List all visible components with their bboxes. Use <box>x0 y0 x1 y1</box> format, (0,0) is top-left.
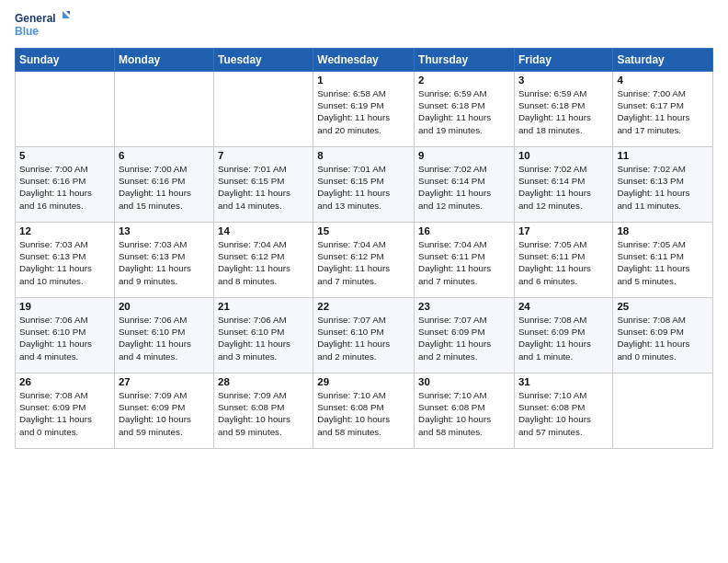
day-number: 2 <box>418 75 510 86</box>
calendar-cell: 12Sunrise: 7:03 AM Sunset: 6:13 PM Dayli… <box>16 223 115 298</box>
weekday-header-saturday: Saturday <box>613 49 713 72</box>
calendar-cell: 25Sunrise: 7:08 AM Sunset: 6:09 PM Dayli… <box>613 298 713 373</box>
calendar-cell: 19Sunrise: 7:06 AM Sunset: 6:10 PM Dayli… <box>16 298 115 373</box>
calendar-cell: 4Sunrise: 7:00 AM Sunset: 6:17 PM Daylig… <box>613 72 713 147</box>
calendar-cell: 26Sunrise: 7:08 AM Sunset: 6:09 PM Dayli… <box>16 373 115 449</box>
day-info: Sunrise: 7:07 AM Sunset: 6:09 PM Dayligh… <box>418 314 510 362</box>
calendar-cell: 11Sunrise: 7:02 AM Sunset: 6:13 PM Dayli… <box>613 147 713 223</box>
svg-marker-3 <box>66 11 70 15</box>
day-number: 14 <box>218 225 309 236</box>
calendar-cell <box>16 72 115 147</box>
day-number: 19 <box>19 301 110 312</box>
day-number: 13 <box>119 225 210 236</box>
calendar-table: SundayMondayTuesdayWednesdayThursdayFrid… <box>15 48 713 449</box>
calendar-cell: 7Sunrise: 7:01 AM Sunset: 6:15 PM Daylig… <box>213 147 313 223</box>
calendar-cell: 30Sunrise: 7:10 AM Sunset: 6:08 PM Dayli… <box>415 373 515 449</box>
day-info: Sunrise: 7:09 AM Sunset: 6:09 PM Dayligh… <box>119 389 210 438</box>
weekday-header-row: SundayMondayTuesdayWednesdayThursdayFrid… <box>16 49 713 72</box>
day-number: 9 <box>418 150 510 161</box>
calendar-cell: 28Sunrise: 7:09 AM Sunset: 6:08 PM Dayli… <box>213 373 313 449</box>
day-number: 12 <box>19 225 110 236</box>
calendar-cell: 5Sunrise: 7:00 AM Sunset: 6:16 PM Daylig… <box>16 147 115 223</box>
day-info: Sunrise: 7:04 AM Sunset: 6:12 PM Dayligh… <box>218 238 309 287</box>
calendar-week-row: 5Sunrise: 7:00 AM Sunset: 6:16 PM Daylig… <box>16 147 713 223</box>
logo: General Blue <box>15 9 70 42</box>
calendar-cell: 15Sunrise: 7:04 AM Sunset: 6:12 PM Dayli… <box>313 223 415 298</box>
calendar-cell <box>613 373 713 449</box>
weekday-header-wednesday: Wednesday <box>313 49 415 72</box>
day-number: 6 <box>119 150 210 161</box>
day-number: 31 <box>518 376 609 387</box>
day-number: 1 <box>317 75 410 86</box>
day-info: Sunrise: 6:59 AM Sunset: 6:18 PM Dayligh… <box>518 87 609 136</box>
calendar-cell: 18Sunrise: 7:05 AM Sunset: 6:11 PM Dayli… <box>613 223 713 298</box>
svg-text:Blue: Blue <box>15 25 39 38</box>
day-info: Sunrise: 7:03 AM Sunset: 6:13 PM Dayligh… <box>119 238 210 287</box>
day-info: Sunrise: 7:02 AM Sunset: 6:14 PM Dayligh… <box>418 163 510 212</box>
calendar-cell: 20Sunrise: 7:06 AM Sunset: 6:10 PM Dayli… <box>114 298 213 373</box>
calendar-cell: 10Sunrise: 7:02 AM Sunset: 6:14 PM Dayli… <box>514 147 612 223</box>
day-number: 24 <box>518 301 609 312</box>
calendar-cell: 9Sunrise: 7:02 AM Sunset: 6:14 PM Daylig… <box>415 147 515 223</box>
calendar-week-row: 26Sunrise: 7:08 AM Sunset: 6:09 PM Dayli… <box>16 373 713 449</box>
calendar-cell <box>114 72 213 147</box>
calendar-cell: 29Sunrise: 7:10 AM Sunset: 6:08 PM Dayli… <box>313 373 415 449</box>
day-number: 16 <box>418 225 510 236</box>
day-number: 7 <box>218 150 309 161</box>
calendar-cell: 3Sunrise: 6:59 AM Sunset: 6:18 PM Daylig… <box>514 72 612 147</box>
day-info: Sunrise: 7:10 AM Sunset: 6:08 PM Dayligh… <box>518 389 609 438</box>
logo-svg: General Blue <box>15 9 70 42</box>
day-number: 22 <box>317 301 410 312</box>
calendar-cell: 31Sunrise: 7:10 AM Sunset: 6:08 PM Dayli… <box>514 373 612 449</box>
day-info: Sunrise: 7:06 AM Sunset: 6:10 PM Dayligh… <box>19 314 110 362</box>
calendar-cell: 21Sunrise: 7:06 AM Sunset: 6:10 PM Dayli… <box>213 298 313 373</box>
day-number: 10 <box>518 150 609 161</box>
day-number: 27 <box>119 376 210 387</box>
calendar-week-row: 19Sunrise: 7:06 AM Sunset: 6:10 PM Dayli… <box>16 298 713 373</box>
day-info: Sunrise: 7:06 AM Sunset: 6:10 PM Dayligh… <box>218 314 309 362</box>
day-info: Sunrise: 7:01 AM Sunset: 6:15 PM Dayligh… <box>317 163 410 212</box>
day-info: Sunrise: 7:03 AM Sunset: 6:13 PM Dayligh… <box>19 238 110 287</box>
weekday-header-thursday: Thursday <box>415 49 515 72</box>
weekday-header-sunday: Sunday <box>16 49 115 72</box>
day-info: Sunrise: 7:10 AM Sunset: 6:08 PM Dayligh… <box>317 389 410 438</box>
day-info: Sunrise: 7:00 AM Sunset: 6:16 PM Dayligh… <box>119 163 210 212</box>
calendar-week-row: 1Sunrise: 6:58 AM Sunset: 6:19 PM Daylig… <box>16 72 713 147</box>
day-info: Sunrise: 7:05 AM Sunset: 6:11 PM Dayligh… <box>518 238 609 287</box>
weekday-header-friday: Friday <box>514 49 612 72</box>
calendar-cell: 22Sunrise: 7:07 AM Sunset: 6:10 PM Dayli… <box>313 298 415 373</box>
day-number: 26 <box>19 376 110 387</box>
calendar-cell: 27Sunrise: 7:09 AM Sunset: 6:09 PM Dayli… <box>114 373 213 449</box>
day-info: Sunrise: 7:01 AM Sunset: 6:15 PM Dayligh… <box>218 163 309 212</box>
day-number: 18 <box>617 225 709 236</box>
day-info: Sunrise: 7:10 AM Sunset: 6:08 PM Dayligh… <box>418 389 510 438</box>
day-number: 21 <box>218 301 309 312</box>
day-info: Sunrise: 6:59 AM Sunset: 6:18 PM Dayligh… <box>418 87 510 136</box>
day-number: 23 <box>418 301 510 312</box>
day-info: Sunrise: 7:00 AM Sunset: 6:17 PM Dayligh… <box>617 87 709 136</box>
calendar-cell: 13Sunrise: 7:03 AM Sunset: 6:13 PM Dayli… <box>114 223 213 298</box>
day-number: 11 <box>617 150 709 161</box>
day-number: 5 <box>19 150 110 161</box>
calendar-cell: 2Sunrise: 6:59 AM Sunset: 6:18 PM Daylig… <box>415 72 515 147</box>
svg-text:General: General <box>15 12 56 25</box>
day-number: 25 <box>617 301 709 312</box>
day-info: Sunrise: 7:07 AM Sunset: 6:10 PM Dayligh… <box>317 314 410 362</box>
day-info: Sunrise: 7:06 AM Sunset: 6:10 PM Dayligh… <box>119 314 210 362</box>
calendar-cell: 24Sunrise: 7:08 AM Sunset: 6:09 PM Dayli… <box>514 298 612 373</box>
day-number: 4 <box>617 75 709 86</box>
calendar-week-row: 12Sunrise: 7:03 AM Sunset: 6:13 PM Dayli… <box>16 223 713 298</box>
calendar-cell: 17Sunrise: 7:05 AM Sunset: 6:11 PM Dayli… <box>514 223 612 298</box>
calendar-cell: 1Sunrise: 6:58 AM Sunset: 6:19 PM Daylig… <box>313 72 415 147</box>
day-number: 29 <box>317 376 410 387</box>
page: General Blue SundayMondayTuesdayWednesda… <box>0 0 728 458</box>
day-info: Sunrise: 7:04 AM Sunset: 6:12 PM Dayligh… <box>317 238 410 287</box>
calendar-cell: 16Sunrise: 7:04 AM Sunset: 6:11 PM Dayli… <box>415 223 515 298</box>
day-number: 15 <box>317 225 410 236</box>
day-info: Sunrise: 7:00 AM Sunset: 6:16 PM Dayligh… <box>19 163 110 212</box>
calendar-cell: 23Sunrise: 7:07 AM Sunset: 6:09 PM Dayli… <box>415 298 515 373</box>
day-info: Sunrise: 7:05 AM Sunset: 6:11 PM Dayligh… <box>617 238 709 287</box>
day-number: 30 <box>418 376 510 387</box>
day-info: Sunrise: 7:09 AM Sunset: 6:08 PM Dayligh… <box>218 389 309 438</box>
day-number: 3 <box>518 75 609 86</box>
